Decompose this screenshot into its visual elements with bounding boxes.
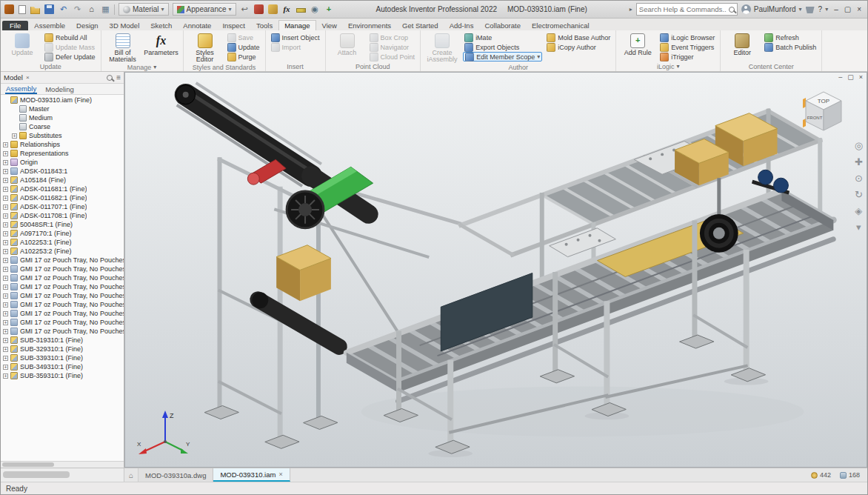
tree-expand-icon[interactable]: + — [3, 347, 8, 352]
ribbon-tab[interactable]: Add-Ins — [444, 21, 479, 30]
tree-expand-icon[interactable]: + — [3, 222, 8, 227]
search-icon[interactable] — [729, 7, 735, 13]
tree-item[interactable]: + A102253:2 (Fine) — [1, 247, 124, 256]
scrollbar-thumb[interactable] — [3, 471, 70, 478]
refresh-button[interactable]: Refresh — [763, 33, 818, 42]
tree-expand-icon[interactable]: + — [3, 151, 8, 156]
zoom-icon[interactable]: ⊙ — [855, 173, 863, 183]
tree-expand-icon[interactable]: + — [3, 205, 8, 210]
panel-label-point-cloud[interactable]: Point Cloud — [326, 62, 421, 71]
ribbon-tab[interactable]: Inspect — [217, 21, 250, 30]
edit-member-scope-button[interactable]: Edit Member Scope▾ — [463, 52, 542, 62]
minimize-button[interactable]: – — [834, 5, 838, 13]
browser-close-icon[interactable]: × — [26, 74, 30, 81]
tree-expand-icon[interactable]: + — [12, 133, 17, 139]
new-file-icon[interactable] — [19, 5, 26, 14]
panel-label-insert[interactable]: Insert — [266, 62, 325, 71]
panel-label-author[interactable]: Author — [421, 64, 615, 71]
tree-expand-icon[interactable] — [12, 107, 17, 112]
panel-label-ilogic[interactable]: iLogic▾ — [616, 62, 720, 71]
tree-item[interactable]: + GMI 17 oz Pouch Tray, No Pouches:8 (Fi… — [1, 318, 124, 327]
help-menu[interactable]: ? ▾ — [818, 5, 829, 13]
tree-expand-icon[interactable]: + — [3, 142, 8, 147]
nav-more-icon[interactable]: ▾ — [856, 222, 861, 232]
tree-expand-icon[interactable]: + — [3, 178, 8, 183]
ribbon-tab[interactable]: Sketch — [145, 21, 177, 30]
viewport-3d[interactable]: – ▢ × TOP FRONT ◎✚⊙↻◈▾ — [124, 72, 867, 468]
itrigger-button[interactable]: iTrigger — [658, 52, 716, 62]
tree-item[interactable]: + SUB-339310:1 (Fine) — [1, 353, 124, 362]
inventor-logo-icon[interactable] — [4, 4, 14, 14]
icopy-author-button[interactable]: iCopy Author — [545, 42, 612, 52]
styles-editor-button[interactable]: Styles Editor — [187, 32, 223, 64]
ribbon-tab[interactable]: Assemble — [29, 21, 70, 30]
ribbon-tab[interactable]: Manage — [278, 20, 316, 30]
tree-expand-icon[interactable]: + — [3, 267, 8, 272]
cloud-point-button[interactable]: Cloud Point — [368, 52, 417, 62]
store-icon[interactable] — [806, 7, 815, 13]
chevron-right-icon[interactable]: ▸ — [630, 6, 632, 13]
rebuild-all-button[interactable]: Rebuild All — [43, 33, 97, 42]
ribbon-tab[interactable]: Get Started — [397, 21, 444, 30]
document-tab[interactable]: MOD-039310a.dwg — [138, 468, 213, 482]
update-button[interactable]: Update — [4, 32, 40, 56]
measure-icon[interactable] — [296, 8, 306, 13]
tree-item[interactable]: Medium — [1, 113, 124, 122]
tree-item[interactable]: + ADSK-011682:1 (Fine) — [1, 193, 124, 202]
redo-icon[interactable] — [73, 4, 82, 14]
tree-expand-icon[interactable] — [12, 124, 17, 130]
material-dropdown[interactable]: Material ▾ — [118, 3, 169, 16]
open-folder-icon[interactable] — [30, 4, 40, 14]
defer-update-button[interactable]: Defer Update — [43, 52, 97, 62]
tree-item[interactable]: + SUB-319310:1 (Fine) — [1, 336, 124, 345]
browser-tab[interactable]: Assembly — [5, 84, 37, 94]
tree-expand-icon[interactable]: + — [3, 196, 8, 201]
tree-item[interactable]: + A105184 (Fine) — [1, 176, 124, 185]
tree-item[interactable]: + GMI 17 oz Pouch Tray, No Pouches:6 (Fi… — [1, 300, 124, 309]
document-tab[interactable]: MOD-039310.iam — [213, 468, 290, 482]
panel-label-styles-and-standards[interactable]: Styles and Standards — [184, 64, 265, 71]
navigator-button[interactable]: Navigator — [368, 42, 417, 52]
tree-item[interactable]: + GMI 17 oz Pouch Tray, No Pouches:7 (Fi… — [1, 309, 124, 318]
tree-item[interactable]: + SUB-359310:1 (Fine) — [1, 371, 124, 380]
full-navigation-wheel-icon[interactable]: ◎ — [855, 141, 863, 150]
tree-item[interactable]: Master — [1, 104, 124, 113]
tree-expand-icon[interactable] — [12, 116, 17, 121]
tree-item[interactable]: + GMI 17 oz Pouch Tray, No Pouches:5 (Fi… — [1, 291, 124, 300]
insert-object-button[interactable]: Insert Object — [270, 33, 321, 42]
browser-search-icon[interactable] — [107, 75, 113, 81]
ribbon-tab[interactable]: Design — [71, 21, 104, 30]
attach-button[interactable]: Attach — [330, 32, 365, 56]
panel-label-update[interactable]: Update — [1, 62, 101, 71]
help-search-input[interactable] — [639, 5, 727, 13]
tree-expand-icon[interactable]: + — [3, 213, 8, 219]
tree-item[interactable]: + GMI 17 oz Pouch Tray, No Pouches:4 (Fi… — [1, 282, 124, 291]
undo-icon[interactable] — [59, 4, 68, 14]
tree-expand-icon[interactable] — [3, 98, 8, 103]
viewcube-top-label[interactable]: TOP — [818, 98, 829, 104]
home-icon[interactable] — [87, 4, 96, 14]
tree-expand-icon[interactable]: + — [3, 249, 8, 254]
browser-menu-icon[interactable]: ≡ — [116, 73, 121, 82]
event-triggers-button[interactable]: Event Triggers — [658, 42, 716, 52]
tree-item[interactable]: + SUB-329310:1 (Fine) — [1, 345, 124, 353]
account-menu[interactable]: PaulMunford ▾ — [741, 4, 802, 14]
tree-item[interactable]: + ADSK-011708:1 (Fine) — [1, 211, 124, 220]
tree-expand-icon[interactable]: + — [3, 169, 8, 174]
tree-expand-icon[interactable]: + — [3, 373, 8, 379]
bill-of-materials-button[interactable]: Bill of Materials — [105, 32, 141, 64]
panel-label-content-center[interactable]: Content Center — [721, 62, 821, 71]
orbit-icon[interactable]: ↻ — [855, 190, 863, 199]
imate-button[interactable]: iMate — [463, 33, 542, 42]
screens-icon[interactable] — [101, 4, 110, 14]
create-iassembly-button[interactable]: Create iAssembly — [424, 32, 460, 64]
browser-scrollbar[interactable] — [1, 461, 124, 468]
ribbon-tab[interactable]: 3D Model — [104, 21, 145, 30]
tree-expand-icon[interactable]: + — [3, 293, 8, 299]
tree-expand-icon[interactable]: + — [3, 329, 8, 334]
add-icon[interactable] — [324, 4, 334, 14]
tree-expand-icon[interactable]: + — [3, 311, 8, 316]
tree-item[interactable]: MOD-039310.iam (Fine) — [1, 96, 124, 104]
return-icon[interactable] — [240, 4, 250, 14]
tree-expand-icon[interactable]: + — [3, 338, 8, 343]
